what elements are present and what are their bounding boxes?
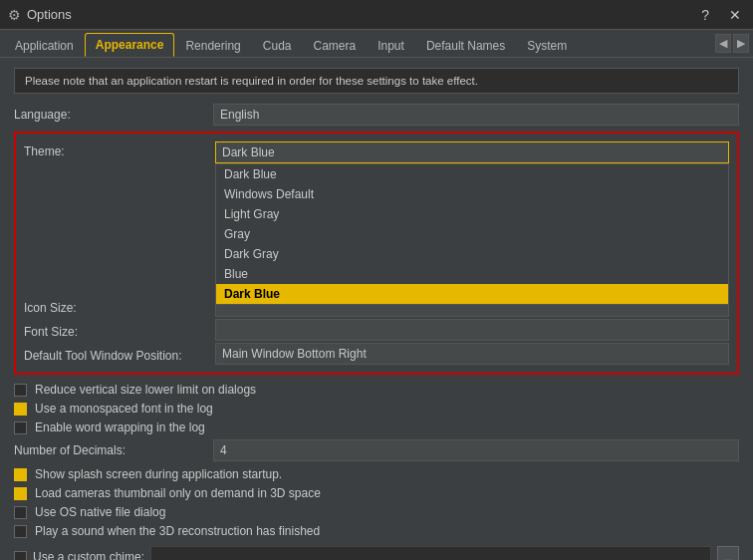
title-bar-right: ? ✕ — [697, 5, 745, 25]
checkbox2-row-1: Load cameras thumbnail only on demand in… — [14, 486, 739, 500]
close-button[interactable]: ✕ — [725, 5, 745, 25]
default-tool-label: Default Tool Window Position: — [24, 346, 215, 363]
tab-next-arrow[interactable]: ▶ — [733, 34, 749, 53]
theme-row: Theme: Dark Blue Dark Blue Windows Defau… — [24, 141, 729, 163]
checkbox-row-1: Use a monospaced font in the log — [14, 402, 739, 416]
theme-option-dark-blue-selected[interactable]: Dark Blue — [216, 284, 728, 304]
checkbox2-row-2: Use OS native file dialog — [14, 505, 739, 519]
theme-selected[interactable]: Dark Blue — [215, 141, 729, 163]
custom-sound-row: Use a custom chime: ... — [14, 546, 739, 560]
checkbox-row-0: Reduce vertical size lower limit on dial… — [14, 383, 739, 397]
tab-system[interactable]: System — [516, 33, 578, 57]
tab-input[interactable]: Input — [367, 33, 415, 57]
tab-prev-arrow[interactable]: ◀ — [715, 34, 731, 53]
language-input[interactable] — [213, 104, 739, 126]
tab-default-names[interactable]: Default Names — [415, 33, 516, 57]
notice-bar: Please note that an application restart … — [14, 68, 739, 94]
theme-dropdown-container: Dark Blue Dark Blue Windows Default Ligh… — [215, 141, 729, 163]
tab-cuda[interactable]: Cuda — [252, 33, 303, 57]
checkbox2-2[interactable] — [14, 506, 27, 519]
default-tool-row: Default Tool Window Position: Main Windo… — [24, 343, 729, 365]
checkbox2-label-0: Show splash screen during application st… — [35, 467, 282, 481]
tab-rendering[interactable]: Rendering — [174, 33, 251, 57]
theme-option-dark-gray[interactable]: Dark Gray — [216, 244, 728, 264]
custom-sound-label: Use a custom chime: — [33, 550, 144, 560]
title-bar: ⚙ Options ? ✕ — [0, 0, 753, 30]
checkbox2-label-1: Load cameras thumbnail only on demand in… — [35, 486, 321, 500]
theme-option-gray[interactable]: Gray — [216, 224, 728, 244]
checkbox-0[interactable] — [14, 384, 27, 397]
font-size-input[interactable] — [215, 319, 729, 341]
theme-option-blue[interactable]: Blue — [216, 264, 728, 284]
checkbox-2[interactable] — [14, 421, 27, 434]
font-size-row: Font Size: — [24, 319, 729, 341]
custom-sound-input[interactable] — [150, 546, 711, 560]
checkbox2-label-3: Play a sound when the 3D reconstruction … — [35, 524, 320, 538]
checkbox-label-1: Use a monospaced font in the log — [35, 402, 213, 416]
checkbox2-1[interactable] — [14, 487, 27, 500]
decimals-label: Number of Decimals: — [14, 443, 213, 457]
default-tool-value[interactable]: Main Window Bottom Right — [215, 343, 729, 365]
theme-option-windows-default[interactable]: Windows Default — [216, 184, 728, 204]
notice-text: Please note that an application restart … — [25, 75, 478, 87]
checkbox2-row-3: Play a sound when the 3D reconstruction … — [14, 524, 739, 538]
checkboxes-section-2: Show splash screen during application st… — [14, 467, 739, 538]
title-bar-left: ⚙ Options — [8, 7, 72, 23]
checkboxes-section-1: Reduce vertical size lower limit on dial… — [14, 383, 739, 434]
tab-camera[interactable]: Camera — [302, 33, 367, 57]
theme-option-dark-blue[interactable]: Dark Blue — [216, 164, 728, 184]
theme-section: Theme: Dark Blue Dark Blue Windows Defau… — [14, 132, 739, 375]
options-icon: ⚙ — [8, 7, 21, 23]
checkbox-1[interactable] — [14, 403, 27, 416]
browse-button[interactable]: ... — [717, 546, 739, 560]
checkbox2-label-2: Use OS native file dialog — [35, 505, 165, 519]
decimals-row: Number of Decimals: — [14, 439, 739, 461]
window-title: Options — [27, 7, 72, 22]
checkbox2-0[interactable] — [14, 468, 27, 481]
theme-option-light-gray[interactable]: Light Gray — [216, 204, 728, 224]
help-button[interactable]: ? — [697, 5, 713, 25]
tab-appearance[interactable]: Appearance — [85, 33, 175, 57]
custom-sound-checkbox[interactable] — [14, 551, 27, 561]
content-area: Please note that an application restart … — [0, 58, 753, 560]
checkbox-label-2: Enable word wrapping in the log — [35, 420, 205, 434]
language-row: Language: — [14, 104, 739, 126]
tab-nav-arrows: ◀ ▶ — [715, 30, 753, 57]
language-label: Language: — [14, 108, 213, 122]
icon-size-label: Icon Size: — [24, 298, 215, 315]
theme-dropdown-list: Dark Blue Windows Default Light Gray Gra… — [215, 163, 729, 305]
checkbox2-3[interactable] — [14, 525, 27, 538]
theme-label: Theme: — [24, 141, 215, 158]
checkbox2-row-0: Show splash screen during application st… — [14, 467, 739, 481]
decimals-input[interactable] — [213, 439, 739, 461]
font-size-label: Font Size: — [24, 322, 215, 339]
tab-application[interactable]: Application — [4, 33, 85, 57]
tabs-bar: Application Appearance Rendering Cuda Ca… — [0, 30, 753, 58]
checkbox-label-0: Reduce vertical size lower limit on dial… — [35, 383, 256, 397]
checkbox-row-2: Enable word wrapping in the log — [14, 420, 739, 434]
